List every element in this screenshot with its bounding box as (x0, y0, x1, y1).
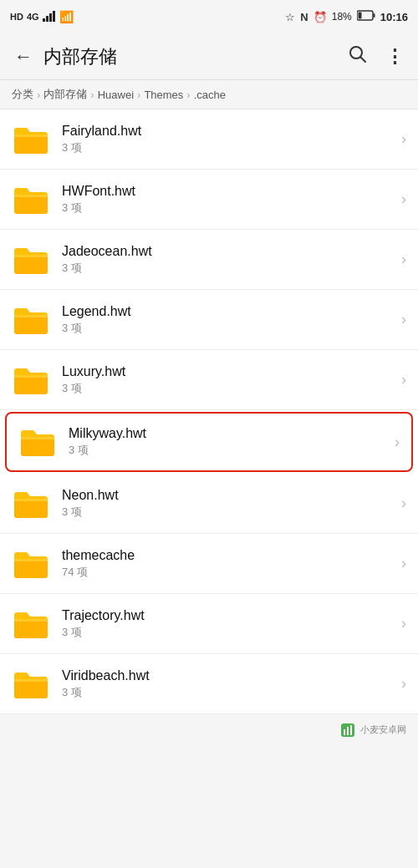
breadcrumb-item-2[interactable]: Huawei (98, 89, 134, 101)
nav-actions: ⋮ (341, 40, 411, 74)
file-info: Trajectory.hwt 3 项 (50, 608, 395, 640)
chevron-right-icon: › (401, 495, 406, 512)
file-info: Milkyway.hwt 3 项 (57, 426, 388, 458)
more-icon: ⋮ (385, 46, 405, 68)
time-display: 10:16 (380, 11, 408, 23)
file-info: Fairyland.hwt 3 项 (50, 124, 395, 155)
file-meta: 3 项 (62, 685, 395, 700)
file-name: HWFont.hwt (62, 184, 395, 199)
list-item[interactable]: HWFont.hwt 3 项 › (0, 170, 418, 230)
chevron-right-icon: › (395, 434, 400, 451)
file-meta: 74 项 (62, 565, 395, 580)
chevron-right-icon: › (401, 371, 406, 388)
file-meta: 3 项 (62, 261, 395, 276)
list-item[interactable]: Neon.hwt 3 项 › (0, 474, 418, 534)
breadcrumb-sep-0: › (37, 89, 40, 101)
folder-icon (18, 426, 57, 458)
folder-icon (12, 184, 50, 216)
wifi-icon: 📶 (59, 10, 74, 23)
svg-rect-11 (347, 727, 349, 735)
folder-icon (12, 668, 50, 700)
file-name: Neon.hwt (62, 488, 395, 503)
svg-rect-3 (53, 11, 55, 22)
breadcrumb-item-0[interactable]: 分类 (12, 87, 33, 102)
svg-rect-0 (43, 18, 45, 22)
folder-icon (12, 244, 50, 276)
signal-4g: 4G (27, 12, 39, 22)
chevron-right-icon: › (401, 311, 406, 328)
file-list: Fairyland.hwt 3 项 › HWFont.hwt 3 项 › Jad (0, 109, 418, 714)
page-title: 内部存储 (40, 44, 341, 69)
file-info: Viridbeach.hwt 3 项 (50, 668, 395, 700)
chevron-right-icon: › (401, 675, 406, 693)
breadcrumb-item-1[interactable]: 内部存储 (43, 87, 87, 102)
nav-bar: ← 内部存储 ⋮ (0, 33, 418, 80)
list-item[interactable]: themecache 74 项 › (0, 534, 418, 594)
chevron-right-icon: › (401, 251, 406, 268)
file-info: Jadeocean.hwt 3 项 (50, 244, 395, 276)
file-name: Luxury.hwt (62, 364, 395, 379)
folder-icon (12, 548, 50, 580)
list-item[interactable]: Jadeocean.hwt 3 项 › (0, 230, 418, 290)
folder-icon (12, 364, 50, 396)
list-item[interactable]: Luxury.hwt 3 项 › (0, 350, 418, 410)
folder-icon (12, 488, 50, 520)
file-info: HWFont.hwt 3 项 (50, 184, 395, 216)
more-button[interactable]: ⋮ (378, 40, 411, 74)
breadcrumb-sep-2: › (137, 89, 140, 101)
list-item[interactable]: Viridbeach.hwt 3 项 › (0, 654, 418, 714)
file-meta: 3 项 (62, 321, 395, 336)
search-icon (349, 45, 367, 69)
list-item[interactable]: Trajectory.hwt 3 项 › (0, 594, 418, 654)
status-bar: HD 4G 📶 ☆ N ⏰ 18% 10:16 (0, 0, 418, 33)
file-name: Viridbeach.hwt (62, 668, 395, 683)
signal-bars (43, 10, 56, 24)
file-meta: 3 项 (62, 140, 395, 155)
breadcrumb-item-3[interactable]: Themes (144, 89, 183, 101)
file-name: Fairyland.hwt (62, 124, 395, 139)
list-item[interactable]: Legend.hwt 3 项 › (0, 290, 418, 350)
breadcrumb-item-4[interactable]: .cache (194, 89, 226, 101)
svg-rect-1 (46, 16, 48, 22)
list-item[interactable]: Milkyway.hwt 3 项 › (5, 412, 413, 472)
file-info: Legend.hwt 3 项 (50, 304, 395, 336)
folder-icon (12, 124, 50, 155)
file-info: Neon.hwt 3 项 (50, 488, 395, 520)
chevron-right-icon: › (401, 615, 406, 632)
back-icon: ← (14, 46, 33, 68)
breadcrumb: 分类 › 内部存储 › Huawei › Themes › .cache (0, 80, 418, 109)
file-meta: 3 项 (62, 201, 395, 216)
battery-percent: 18% (332, 11, 352, 23)
file-info: Luxury.hwt 3 项 (50, 364, 395, 396)
file-name: Legend.hwt (62, 304, 395, 319)
back-button[interactable]: ← (7, 40, 40, 74)
svg-rect-12 (350, 725, 352, 735)
svg-line-8 (361, 57, 366, 62)
file-meta: 3 项 (62, 505, 395, 520)
chevron-right-icon: › (401, 190, 406, 208)
chevron-right-icon: › (401, 130, 406, 148)
file-name: Jadeocean.hwt (62, 244, 395, 259)
file-meta: 3 项 (69, 443, 388, 458)
file-info: themecache 74 项 (50, 548, 395, 580)
file-name: Milkyway.hwt (69, 426, 388, 441)
nfc-icon: N (300, 11, 308, 23)
search-button[interactable] (341, 40, 375, 74)
alarm-icon: ☆ (285, 11, 295, 23)
status-right: ☆ N ⏰ 18% 10:16 (285, 10, 408, 23)
file-meta: 3 项 (62, 381, 395, 396)
file-name: Trajectory.hwt (62, 608, 395, 623)
list-item[interactable]: Fairyland.hwt 3 项 › (0, 109, 418, 170)
watermark-text: 小麦安卓网 (340, 723, 406, 738)
watermark-area: 小麦安卓网 (0, 714, 418, 743)
network-label: HD (10, 12, 23, 22)
folder-icon (12, 608, 50, 640)
svg-rect-10 (344, 729, 345, 735)
svg-rect-2 (49, 13, 52, 22)
svg-rect-5 (358, 13, 361, 19)
file-meta: 3 项 (62, 625, 395, 640)
folder-icon (12, 304, 50, 336)
file-name: themecache (62, 548, 395, 563)
breadcrumb-sep-1: › (90, 89, 94, 101)
status-network: HD 4G 📶 (10, 10, 74, 24)
